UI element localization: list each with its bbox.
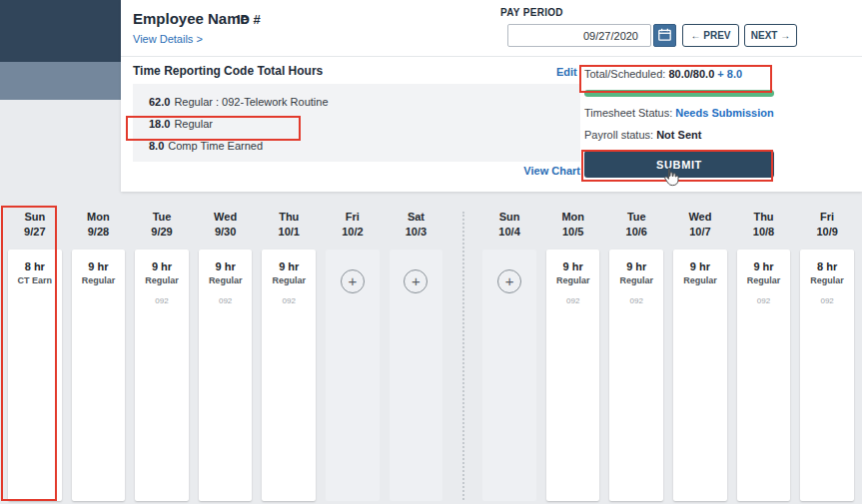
entry-type: Regular (262, 275, 316, 285)
day-name: Sun (477, 211, 541, 223)
day-header: Sat 10/3 (385, 200, 448, 250)
summary-panel: Total/Scheduled: 80.0/80.0 + 8.0 Timeshe… (584, 64, 774, 178)
add-entry-button[interactable]: + (497, 269, 521, 293)
totals-hours: 18.0 (149, 118, 170, 130)
day-card[interactable]: 8 hr Regular 092 + (800, 250, 854, 501)
header-navy-block (0, 0, 121, 62)
time-entry: 9 hr Regular 092 (135, 260, 189, 305)
day-column: Mon 9/28 9 hr Regular + (67, 200, 131, 504)
total-scheduled-value: 80.0/80.0 (668, 68, 714, 80)
view-chart-link[interactable]: View Chart (523, 165, 580, 177)
entry-code: 092 (135, 296, 189, 305)
day-name: Tue (604, 211, 668, 223)
day-header: Sun 10/4 (477, 200, 541, 250)
day-name: Tue (130, 211, 194, 223)
day-card[interactable]: 9 hr Regular 092 + (262, 250, 316, 501)
entry-type: CT Earn (8, 275, 62, 285)
day-card[interactable]: 9 hr Regular 092 + (199, 250, 253, 501)
entry-type: Regular (673, 275, 727, 285)
day-date: 10/1 (257, 226, 321, 238)
entry-type: Regular (199, 275, 253, 285)
day-name: Sun (3, 211, 67, 223)
day-column: Mon 10/5 9 hr Regular 092 + (541, 200, 605, 504)
day-header: Fri 10/9 (795, 200, 859, 250)
entry-code: 092 (737, 296, 791, 305)
day-date: 9/30 (194, 226, 258, 238)
day-header: Tue 10/6 (604, 200, 668, 250)
day-date: 9/29 (130, 226, 194, 238)
day-column: Tue 10/6 9 hr Regular 092 + (604, 200, 668, 504)
entry-type: Regular (609, 275, 663, 285)
prev-pay-period-button[interactable]: ← PREV (682, 24, 739, 47)
day-column: Wed 10/7 9 hr Regular + (668, 200, 732, 504)
day-card[interactable]: + (326, 250, 380, 501)
edit-link[interactable]: Edit (556, 66, 577, 78)
day-card[interactable]: 9 hr Regular 092 + (737, 250, 791, 501)
entry-code: 092 (262, 296, 316, 305)
day-header: Sun 9/27 (3, 200, 67, 250)
totals-label: Comp Time Earned (168, 140, 263, 152)
entry-hours: 9 hr (135, 260, 189, 272)
time-entry: 9 hr Regular 092 (546, 260, 600, 305)
day-date: 9/27 (3, 226, 67, 238)
add-entry-wrap: + (390, 269, 443, 293)
entry-code: 092 (800, 296, 854, 305)
day-date: 10/9 (795, 226, 859, 238)
totals-hours: 8.0 (149, 140, 164, 152)
entry-type: Regular (800, 275, 854, 285)
timesheet-screen: Employee Name ID # View Details > PAY PE… (0, 0, 862, 504)
progress-fill (584, 90, 774, 97)
entry-type: Regular (135, 275, 189, 285)
employee-id: ID # (237, 12, 261, 27)
header-slate-block (0, 62, 121, 100)
next-pay-period-button[interactable]: NEXT → (744, 24, 797, 47)
day-card[interactable]: 8 hr CT Earn + (8, 250, 62, 501)
add-entry-button[interactable]: + (341, 269, 365, 293)
totals-hours: 62.0 (149, 96, 170, 108)
payroll-status-label: Payroll status: (584, 129, 653, 141)
pay-period-date-input[interactable] (507, 24, 651, 47)
time-entry: 8 hr Regular 092 (800, 260, 854, 305)
total-scheduled-line: Total/Scheduled: 80.0/80.0 + 8.0 (584, 68, 774, 80)
day-card[interactable]: 9 hr Regular 092 + (546, 250, 600, 501)
entry-code: 092 (546, 296, 600, 305)
time-entry: 9 hr Regular 092 (737, 260, 791, 305)
day-card[interactable]: + (390, 250, 443, 501)
day-card[interactable]: 9 hr Regular 092 + (135, 250, 189, 501)
day-column: Fri 10/2 + (321, 200, 385, 504)
time-entry: 9 hr Regular 092 (609, 260, 663, 305)
day-header: Mon 10/5 (541, 200, 605, 250)
totals-row: 18.0Regular (149, 117, 580, 131)
main-panel: Employee Name ID # View Details > PAY PE… (121, 0, 862, 192)
day-header: Mon 9/28 (67, 200, 131, 250)
day-card[interactable]: + (482, 250, 536, 501)
day-name: Fri (321, 211, 385, 223)
calendar-button[interactable] (653, 24, 676, 47)
day-date: 10/8 (732, 226, 796, 238)
day-header: Wed 9/30 (194, 200, 258, 250)
day-header: Thu 10/8 (732, 200, 796, 250)
pay-period-label: PAY PERIOD (500, 7, 563, 18)
day-card[interactable]: 9 hr Regular + (72, 250, 126, 501)
day-card[interactable]: 9 hr Regular 092 + (609, 250, 663, 501)
week-separator (447, 200, 477, 504)
entry-hours: 9 hr (673, 260, 727, 272)
entry-hours: 9 hr (199, 260, 253, 272)
progress-bar (584, 90, 774, 97)
timesheet-status: Timesheet Status: Needs Submission (584, 107, 774, 119)
employee-name: Employee Name (133, 10, 249, 27)
day-column: Sat 10/3 + (385, 200, 448, 504)
add-entry-button[interactable]: + (404, 269, 428, 293)
day-column: Wed 9/30 9 hr Regular 092 + (194, 200, 258, 504)
day-date: 10/2 (321, 226, 385, 238)
view-details-link[interactable]: View Details > (133, 33, 203, 45)
time-entry: 9 hr Regular (673, 260, 727, 285)
day-header: Fri 10/2 (321, 200, 385, 250)
day-card[interactable]: 9 hr Regular + (673, 250, 727, 501)
totals-row: 8.0Comp Time Earned (149, 139, 580, 153)
day-name: Thu (257, 211, 321, 223)
day-date: 10/4 (477, 226, 541, 238)
add-entry-wrap: + (326, 269, 380, 293)
time-entry: 9 hr Regular (72, 260, 126, 285)
submit-button[interactable]: SUBMIT (584, 151, 774, 178)
